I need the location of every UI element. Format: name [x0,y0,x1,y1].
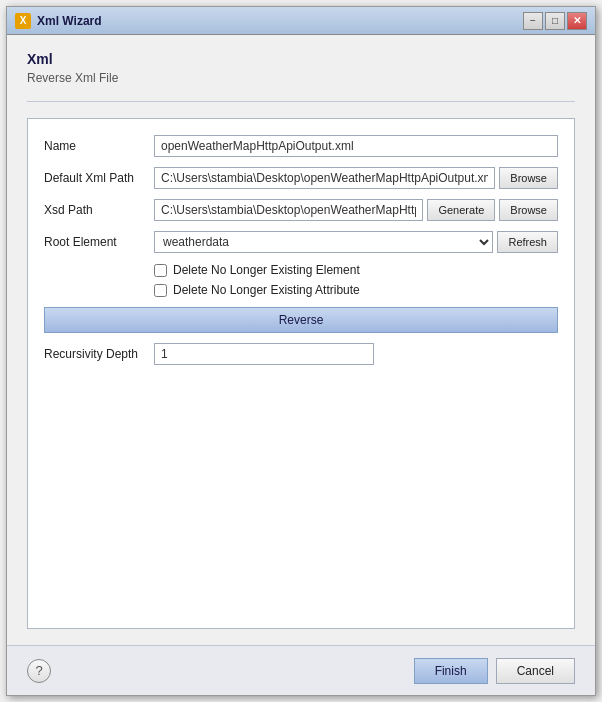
default-xml-path-label: Default Xml Path [44,171,154,185]
browse-xsd-button[interactable]: Browse [499,199,558,221]
cancel-button[interactable]: Cancel [496,658,575,684]
bottom-bar: ? Finish Cancel [7,645,595,695]
window-controls: − □ ✕ [523,12,587,30]
delete-attribute-checkbox[interactable] [154,284,167,297]
delete-attribute-label: Delete No Longer Existing Attribute [173,283,360,297]
finish-button[interactable]: Finish [414,658,488,684]
content-area: Xml Reverse Xml File Name Default Xml Pa… [7,35,595,645]
xsd-path-label: Xsd Path [44,203,154,217]
default-xml-path-input-group: Browse [154,167,558,189]
default-xml-path-row: Default Xml Path Browse [44,167,558,189]
default-xml-path-input[interactable] [154,167,495,189]
generate-button[interactable]: Generate [427,199,495,221]
close-button[interactable]: ✕ [567,12,587,30]
delete-attribute-row: Delete No Longer Existing Attribute [154,283,558,297]
xsd-path-input[interactable] [154,199,423,221]
xml-wizard-window: X Xml Wizard − □ ✕ Xml Reverse Xml File … [6,6,596,696]
name-row: Name [44,135,558,157]
window-title: Xml Wizard [37,14,523,28]
bottom-action-buttons: Finish Cancel [414,658,575,684]
delete-element-checkbox[interactable] [154,264,167,277]
delete-element-row: Delete No Longer Existing Element [154,263,558,277]
section-title: Xml [27,51,575,67]
minimize-button[interactable]: − [523,12,543,30]
root-element-select[interactable]: weatherdata [154,231,493,253]
root-element-label: Root Element [44,235,154,249]
reverse-button[interactable]: Reverse [44,307,558,333]
window-icon: X [15,13,31,29]
maximize-button[interactable]: □ [545,12,565,30]
delete-element-label: Delete No Longer Existing Element [173,263,360,277]
form-area: Name Default Xml Path Browse Xsd Path Ge… [27,118,575,629]
recursivity-depth-label: Recursivity Depth [44,347,154,361]
xsd-path-row: Xsd Path Generate Browse [44,199,558,221]
help-button[interactable]: ? [27,659,51,683]
title-bar: X Xml Wizard − □ ✕ [7,7,595,35]
section-subtitle: Reverse Xml File [27,71,575,85]
root-element-input-group: weatherdata Refresh [154,231,558,253]
name-label: Name [44,139,154,153]
root-element-row: Root Element weatherdata Refresh [44,231,558,253]
name-input[interactable] [154,135,558,157]
browse-xml-button[interactable]: Browse [499,167,558,189]
xsd-path-input-group: Generate Browse [154,199,558,221]
refresh-button[interactable]: Refresh [497,231,558,253]
divider [27,101,575,102]
recursivity-depth-row: Recursivity Depth [44,343,558,365]
recursivity-depth-input[interactable] [154,343,374,365]
